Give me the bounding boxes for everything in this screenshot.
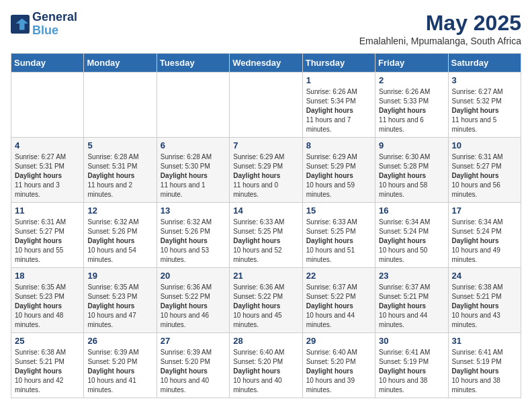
day-info: Sunrise: 6:31 AMSunset: 5:27 PMDaylight … — [15, 218, 80, 265]
day-info: Sunrise: 6:34 AMSunset: 5:24 PMDaylight … — [452, 218, 517, 265]
day-info: Sunrise: 6:30 AMSunset: 5:28 PMDaylight … — [379, 152, 444, 199]
day-info: Sunrise: 6:38 AMSunset: 5:21 PMDaylight … — [452, 283, 517, 330]
calendar-day-cell: 14Sunrise: 6:33 AMSunset: 5:25 PMDayligh… — [230, 203, 302, 268]
logo-line2: Blue — [32, 24, 77, 38]
day-info: Sunrise: 6:28 AMSunset: 5:31 PMDaylight … — [87, 152, 152, 199]
calendar-day-cell: 28Sunrise: 6:40 AMSunset: 5:20 PMDayligh… — [230, 333, 302, 398]
page-header: General Blue May 2025 Emalahleni, Mpumal… — [11, 11, 521, 46]
logo: General Blue — [11, 11, 77, 38]
day-number: 13 — [161, 205, 226, 216]
day-number: 2 — [379, 75, 444, 85]
day-number: 25 — [15, 336, 80, 346]
calendar-day-cell: 7Sunrise: 6:29 AMSunset: 5:29 PMDaylight… — [230, 138, 302, 203]
day-number: 11 — [15, 205, 80, 216]
day-info: Sunrise: 6:36 AMSunset: 5:22 PMDaylight … — [161, 283, 226, 330]
day-number: 20 — [161, 271, 226, 281]
calendar-day-cell: 15Sunrise: 6:33 AMSunset: 5:25 PMDayligh… — [302, 203, 375, 268]
day-number: 23 — [379, 271, 444, 281]
day-info: Sunrise: 6:40 AMSunset: 5:20 PMDaylight … — [233, 348, 298, 395]
calendar-day-cell — [230, 73, 302, 138]
calendar-day-cell: 6Sunrise: 6:28 AMSunset: 5:30 PMDaylight… — [157, 138, 229, 203]
calendar-day-cell: 4Sunrise: 6:27 AMSunset: 5:31 PMDaylight… — [11, 138, 84, 203]
calendar-week-row: 25Sunrise: 6:38 AMSunset: 5:21 PMDayligh… — [11, 333, 521, 398]
day-info: Sunrise: 6:37 AMSunset: 5:21 PMDaylight … — [379, 283, 444, 330]
calendar-week-row: 18Sunrise: 6:35 AMSunset: 5:23 PMDayligh… — [11, 268, 521, 333]
calendar-day-cell: 13Sunrise: 6:32 AMSunset: 5:26 PMDayligh… — [157, 203, 229, 268]
weekday-header: Wednesday — [230, 54, 302, 73]
logo-line1: General — [32, 11, 77, 24]
day-info: Sunrise: 6:37 AMSunset: 5:22 PMDaylight … — [306, 283, 371, 330]
calendar-day-cell — [11, 73, 84, 138]
day-info: Sunrise: 6:32 AMSunset: 5:26 PMDaylight … — [161, 218, 226, 265]
calendar-day-cell: 20Sunrise: 6:36 AMSunset: 5:22 PMDayligh… — [157, 268, 229, 333]
day-number: 9 — [379, 140, 444, 150]
weekday-header: Sunday — [11, 54, 84, 73]
logo-icon — [11, 15, 30, 34]
month-title: May 2025 — [359, 11, 521, 36]
day-info: Sunrise: 6:26 AMSunset: 5:33 PMDaylight … — [379, 87, 444, 134]
day-number: 14 — [233, 205, 298, 216]
day-number: 18 — [15, 271, 80, 281]
calendar-day-cell: 26Sunrise: 6:39 AMSunset: 5:20 PMDayligh… — [84, 333, 157, 398]
calendar-day-cell: 12Sunrise: 6:32 AMSunset: 5:26 PMDayligh… — [84, 203, 157, 268]
day-info: Sunrise: 6:27 AMSunset: 5:31 PMDaylight … — [15, 152, 80, 199]
calendar-day-cell: 31Sunrise: 6:41 AMSunset: 5:19 PMDayligh… — [448, 333, 521, 398]
day-number: 8 — [306, 140, 371, 150]
day-number: 15 — [306, 205, 371, 216]
day-info: Sunrise: 6:39 AMSunset: 5:20 PMDaylight … — [87, 348, 152, 395]
calendar-day-cell: 22Sunrise: 6:37 AMSunset: 5:22 PMDayligh… — [302, 268, 375, 333]
day-number: 29 — [306, 336, 371, 346]
day-info: Sunrise: 6:27 AMSunset: 5:32 PMDaylight … — [452, 87, 517, 134]
calendar-day-cell: 21Sunrise: 6:36 AMSunset: 5:22 PMDayligh… — [230, 268, 302, 333]
day-number: 19 — [87, 271, 152, 281]
title-block: May 2025 Emalahleni, Mpumalanga, South A… — [359, 11, 521, 46]
day-info: Sunrise: 6:38 AMSunset: 5:21 PMDaylight … — [15, 348, 80, 395]
day-info: Sunrise: 6:29 AMSunset: 5:29 PMDaylight … — [233, 152, 298, 199]
weekday-header: Friday — [375, 54, 448, 73]
day-number: 5 — [87, 140, 152, 150]
day-number: 26 — [87, 336, 152, 346]
day-info: Sunrise: 6:29 AMSunset: 5:29 PMDaylight … — [306, 152, 371, 199]
calendar-day-cell: 25Sunrise: 6:38 AMSunset: 5:21 PMDayligh… — [11, 333, 84, 398]
calendar-week-row: 4Sunrise: 6:27 AMSunset: 5:31 PMDaylight… — [11, 138, 521, 203]
day-number: 3 — [452, 75, 517, 85]
calendar-day-cell: 19Sunrise: 6:35 AMSunset: 5:23 PMDayligh… — [84, 268, 157, 333]
calendar-day-cell: 23Sunrise: 6:37 AMSunset: 5:21 PMDayligh… — [375, 268, 448, 333]
day-info: Sunrise: 6:33 AMSunset: 5:25 PMDaylight … — [306, 218, 371, 265]
day-number: 7 — [233, 140, 298, 150]
day-info: Sunrise: 6:31 AMSunset: 5:27 PMDaylight … — [452, 152, 517, 199]
calendar-day-cell: 8Sunrise: 6:29 AMSunset: 5:29 PMDaylight… — [302, 138, 375, 203]
day-number: 27 — [161, 336, 226, 346]
calendar-day-cell: 11Sunrise: 6:31 AMSunset: 5:27 PMDayligh… — [11, 203, 84, 268]
day-number: 6 — [161, 140, 226, 150]
day-number: 24 — [452, 271, 517, 281]
calendar-day-cell: 29Sunrise: 6:40 AMSunset: 5:20 PMDayligh… — [302, 333, 375, 398]
day-number: 12 — [87, 205, 152, 216]
calendar-day-cell: 16Sunrise: 6:34 AMSunset: 5:24 PMDayligh… — [375, 203, 448, 268]
day-number: 17 — [452, 205, 517, 216]
calendar-day-cell: 10Sunrise: 6:31 AMSunset: 5:27 PMDayligh… — [448, 138, 521, 203]
weekday-header: Tuesday — [157, 54, 229, 73]
calendar-day-cell: 24Sunrise: 6:38 AMSunset: 5:21 PMDayligh… — [448, 268, 521, 333]
calendar-header-row: SundayMondayTuesdayWednesdayThursdayFrid… — [11, 54, 521, 73]
day-info: Sunrise: 6:35 AMSunset: 5:23 PMDaylight … — [15, 283, 80, 330]
calendar-week-row: 11Sunrise: 6:31 AMSunset: 5:27 PMDayligh… — [11, 203, 521, 268]
calendar-table: SundayMondayTuesdayWednesdayThursdayFrid… — [11, 53, 521, 398]
day-info: Sunrise: 6:40 AMSunset: 5:20 PMDaylight … — [306, 348, 371, 395]
calendar-day-cell — [157, 73, 229, 138]
day-number: 31 — [452, 336, 517, 346]
calendar-day-cell: 9Sunrise: 6:30 AMSunset: 5:28 PMDaylight… — [375, 138, 448, 203]
calendar-day-cell — [84, 73, 157, 138]
day-info: Sunrise: 6:33 AMSunset: 5:25 PMDaylight … — [233, 218, 298, 265]
day-info: Sunrise: 6:39 AMSunset: 5:20 PMDaylight … — [161, 348, 226, 395]
day-number: 16 — [379, 205, 444, 216]
day-number: 21 — [233, 271, 298, 281]
day-info: Sunrise: 6:34 AMSunset: 5:24 PMDaylight … — [379, 218, 444, 265]
day-number: 22 — [306, 271, 371, 281]
weekday-header: Thursday — [302, 54, 375, 73]
calendar-day-cell: 1Sunrise: 6:26 AMSunset: 5:34 PMDaylight… — [302, 73, 375, 138]
day-info: Sunrise: 6:41 AMSunset: 5:19 PMDaylight … — [452, 348, 517, 395]
day-info: Sunrise: 6:35 AMSunset: 5:23 PMDaylight … — [87, 283, 152, 330]
calendar-day-cell: 27Sunrise: 6:39 AMSunset: 5:20 PMDayligh… — [157, 333, 229, 398]
calendar-day-cell: 30Sunrise: 6:41 AMSunset: 5:19 PMDayligh… — [375, 333, 448, 398]
